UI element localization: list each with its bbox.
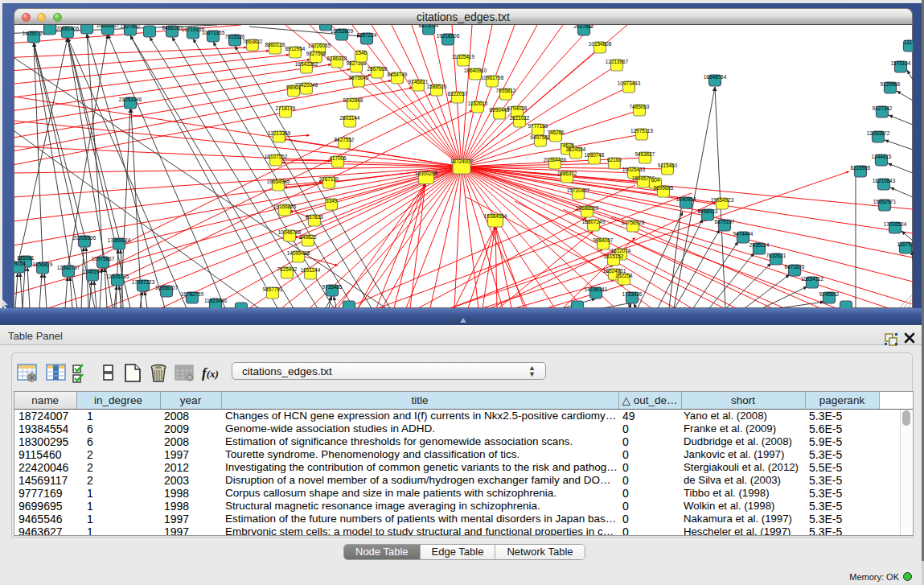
svg-text:16053809: 16053809: [331, 28, 354, 34]
svg-text:2037682: 2037682: [574, 25, 594, 29]
svg-text:16543362: 16543362: [295, 61, 318, 67]
svg-text:9115460: 9115460: [658, 163, 678, 168]
svg-text:20364436: 20364436: [544, 157, 567, 163]
svg-text:9716485: 9716485: [322, 284, 343, 290]
svg-text:19166825: 19166825: [273, 204, 297, 209]
svg-text:19654985: 19654985: [267, 179, 290, 184]
svg-text:19654923: 19654923: [711, 197, 734, 203]
svg-text:8454749: 8454749: [388, 72, 408, 77]
svg-text:14196141: 14196141: [585, 286, 608, 292]
svg-text:9245652: 9245652: [819, 291, 840, 297]
svg-text:12093872: 12093872: [867, 130, 890, 136]
svg-text:19218506: 19218506: [437, 33, 460, 39]
svg-text:15720407: 15720407: [567, 187, 590, 193]
svg-text:19384554: 19384554: [484, 213, 507, 219]
svg-text:746266: 746266: [547, 130, 565, 135]
svg-text:8466160: 8466160: [162, 25, 183, 31]
svg-text:8860128: 8860128: [265, 42, 285, 47]
svg-text:1244415: 1244415: [872, 154, 892, 159]
svg-text:11325419: 11325419: [452, 54, 474, 60]
svg-text:18807249: 18807249: [582, 219, 606, 225]
svg-text:1612074: 1612074: [611, 248, 631, 253]
svg-text:7955812: 7955812: [496, 88, 516, 93]
svg-text:9129966: 9129966: [881, 81, 901, 87]
svg-text:14055724: 14055724: [23, 31, 46, 36]
svg-text:9146821: 9146821: [409, 79, 429, 84]
svg-text:18300295: 18300295: [415, 171, 438, 176]
svg-text:3624554: 3624554: [566, 146, 586, 152]
svg-text:2718176: 2718176: [276, 105, 296, 111]
svg-text:1546: 1546: [355, 50, 368, 56]
svg-text:1527602: 1527602: [121, 25, 141, 29]
svg-text:9242848: 9242848: [343, 97, 363, 103]
svg-text:6794028: 6794028: [507, 105, 528, 111]
svg-text:10756928: 10756928: [622, 220, 645, 225]
svg-text:12975115: 12975115: [630, 128, 653, 134]
svg-text:1588520: 1588520: [427, 84, 447, 89]
svg-text:9474444: 9474444: [733, 231, 754, 237]
svg-text:1733426: 1733426: [622, 291, 643, 297]
svg-text:11923446: 11923446: [204, 298, 227, 303]
svg-text:9084067: 9084067: [593, 237, 614, 243]
svg-text:3349: 3349: [326, 198, 338, 204]
svg-text:7632621: 7632621: [766, 253, 786, 258]
svg-text:12505135: 12505135: [106, 274, 129, 279]
svg-text:9227342: 9227342: [873, 105, 893, 111]
svg-text:12213967: 12213967: [606, 59, 629, 64]
svg-text:9457791: 9457791: [263, 286, 283, 292]
svg-text:9699695: 9699695: [654, 185, 674, 191]
svg-text:116753: 116753: [897, 241, 913, 247]
svg-text:18640910: 18640910: [464, 68, 487, 73]
svg-text:252254: 252254: [615, 273, 633, 278]
svg-text:9463627: 9463627: [635, 151, 655, 157]
svg-text:20206536: 20206536: [73, 235, 97, 241]
svg-text:8215955: 8215955: [851, 165, 871, 171]
svg-text:7886372: 7886372: [557, 171, 577, 176]
svg-text:1162615: 1162615: [468, 101, 488, 106]
svg-text:8186328: 8186328: [327, 56, 347, 61]
svg-text:1615152: 1615152: [604, 253, 624, 259]
svg-text:3875645: 3875645: [349, 75, 369, 80]
svg-text:10654112: 10654112: [801, 276, 823, 282]
svg-text:8912954: 8912954: [285, 46, 306, 51]
svg-text:1145194: 1145194: [83, 269, 103, 274]
svg-text:16782759: 16782759: [181, 291, 204, 297]
svg-text:17957223: 17957223: [132, 279, 155, 285]
svg-text:9327505: 9327505: [306, 51, 326, 56]
svg-text:98961: 98961: [286, 84, 301, 90]
svg-text:2935114: 2935114: [749, 242, 770, 248]
svg-text:16210643: 16210643: [873, 178, 896, 183]
svg-text:18724007: 18724007: [450, 159, 474, 164]
svg-text:14099488: 14099488: [287, 250, 310, 256]
svg-text:10653267: 10653267: [97, 25, 120, 28]
svg-text:1156829: 1156829: [33, 262, 53, 267]
svg-text:16648764: 16648764: [704, 74, 727, 80]
svg-text:7625402: 7625402: [277, 266, 298, 272]
svg-text:417006: 417006: [329, 155, 347, 161]
svg-text:13226055: 13226055: [308, 43, 331, 48]
svg-text:6497568: 6497568: [531, 134, 551, 140]
svg-text:1117: 1117: [904, 39, 913, 45]
svg-text:857833: 857833: [306, 214, 323, 220]
svg-text:10973493: 10973493: [618, 80, 641, 86]
svg-text:7357224: 7357224: [357, 32, 377, 38]
svg-text:6879197: 6879197: [715, 219, 735, 225]
svg-text:62160: 62160: [607, 157, 622, 163]
svg-text:2803144: 2803144: [340, 115, 360, 121]
svg-text:8471676: 8471676: [785, 264, 805, 270]
svg-text:12213369: 12213369: [268, 130, 291, 136]
svg-text:349822: 349822: [299, 234, 317, 240]
svg-text:885061: 885061: [17, 255, 35, 261]
svg-text:17016504: 17016504: [884, 221, 907, 227]
svg-text:1691144: 1691144: [301, 267, 321, 273]
svg-text:10154808: 10154808: [589, 41, 612, 47]
svg-text:10958107: 10958107: [155, 285, 179, 290]
svg-text:10025433: 10025433: [622, 167, 646, 172]
svg-text:15692971: 15692971: [873, 199, 897, 204]
svg-text:21053346: 21053346: [119, 97, 142, 102]
svg-text:10975867: 10975867: [92, 256, 115, 262]
svg-text:7663822: 7663822: [243, 39, 263, 44]
svg-text:10961758: 10961758: [481, 75, 504, 80]
svg-text:604: 604: [651, 177, 660, 183]
svg-text:2867608: 2867608: [368, 66, 388, 72]
